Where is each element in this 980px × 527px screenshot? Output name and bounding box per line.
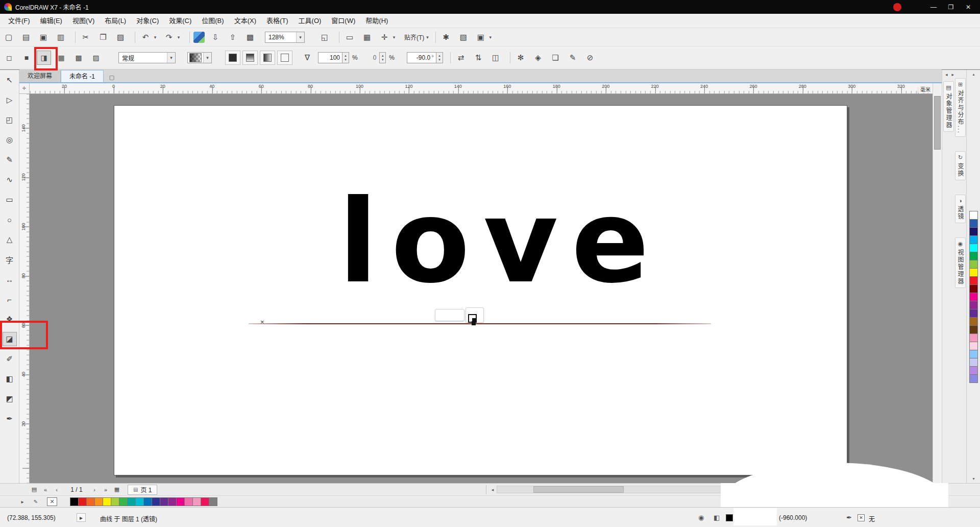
color-swatch[interactable]: [969, 219, 978, 228]
palette-scroll-up-icon[interactable]: ▴: [967, 72, 980, 77]
color-swatch[interactable]: [969, 358, 978, 367]
freehand-tool[interactable]: ✎: [3, 153, 17, 167]
color-swatch[interactable]: [969, 366, 978, 375]
color-swatch[interactable]: [969, 284, 978, 293]
color-swatch[interactable]: [969, 211, 978, 220]
palette-eyedropper-icon[interactable]: ✎: [32, 497, 40, 506]
dimension-tool[interactable]: ↔: [3, 272, 17, 286]
snap-target-button[interactable]: ✛: [378, 31, 391, 44]
docker-arrow-left-icon[interactable]: ◂: [945, 72, 948, 77]
mirror-vertical-button[interactable]: ⇅: [472, 51, 485, 64]
menu-item[interactable]: 布局(L): [100, 14, 131, 28]
drawing-canvas[interactable]: love ×: [30, 94, 933, 483]
color-swatch[interactable]: [969, 268, 978, 277]
object-details-button[interactable]: ▸: [77, 513, 86, 522]
artistic-text-love[interactable]: love: [338, 184, 663, 299]
menu-item[interactable]: 位图(B): [197, 14, 229, 28]
eyedropper-tool[interactable]: ✐: [3, 352, 17, 366]
scroll-left-icon[interactable]: ◂: [488, 485, 497, 494]
text-tool[interactable]: 字: [3, 252, 17, 267]
zoom-tool[interactable]: ◎: [3, 133, 17, 147]
first-page-button[interactable]: «: [41, 485, 50, 494]
save-button[interactable]: ▣: [37, 31, 50, 44]
color-swatch[interactable]: [969, 244, 978, 252]
options-button[interactable]: ✱: [439, 31, 453, 44]
color-swatch[interactable]: [969, 235, 978, 244]
fill-color-swatch[interactable]: [726, 514, 733, 521]
document-page[interactable]: love ×: [114, 105, 847, 475]
snap-target-dropdown[interactable]: ▾: [391, 31, 397, 44]
color-swatch[interactable]: [969, 276, 978, 285]
notification-icon[interactable]: [893, 3, 901, 11]
color-swatch[interactable]: [152, 497, 160, 506]
print-button[interactable]: ▥: [54, 31, 67, 44]
cut-button[interactable]: ✂: [79, 31, 92, 44]
transparency-target-button[interactable]: ◈: [531, 51, 545, 64]
menu-item[interactable]: 视图(V): [67, 14, 100, 28]
menu-item[interactable]: 文本(X): [229, 14, 261, 28]
pick-tool[interactable]: ↖: [3, 73, 17, 87]
menu-item[interactable]: 帮助(H): [360, 14, 393, 28]
docker-tab-view-manager[interactable]: ◉ 视图管理器: [955, 237, 966, 288]
color-swatch[interactable]: [70, 497, 79, 506]
connect-icon[interactable]: [193, 32, 205, 43]
application-options-button[interactable]: ▧: [457, 31, 470, 44]
docker-tab-lens[interactable]: ◑ 透镜: [955, 195, 966, 223]
color-swatch[interactable]: [103, 497, 111, 506]
wrap-transparency-button[interactable]: ◫: [489, 51, 502, 64]
edit-transparency-button[interactable]: ✎: [566, 51, 579, 64]
new-document-button[interactable]: ▢: [2, 31, 15, 44]
rotation-angle-stepper[interactable]: ▴ ▾: [436, 52, 443, 63]
docker-tab-transform[interactable]: ↻ 变换: [955, 151, 966, 180]
transparency-preset-1[interactable]: [225, 51, 240, 65]
copy-button[interactable]: ❐: [96, 31, 110, 44]
connector-tool[interactable]: ⌐: [3, 292, 17, 306]
menu-item[interactable]: 效果(C): [164, 14, 197, 28]
menu-item[interactable]: 窗口(W): [326, 14, 360, 28]
color-swatch[interactable]: [969, 309, 978, 318]
color-swatch[interactable]: [209, 497, 217, 506]
polygon-tool[interactable]: △: [3, 232, 17, 247]
color-swatch[interactable]: [111, 497, 119, 506]
color-swatch[interactable]: [969, 260, 978, 269]
smart-fill-tool[interactable]: ◩: [3, 392, 17, 406]
no-color-swatch[interactable]: ✕: [47, 497, 57, 506]
menu-item[interactable]: 编辑(E): [35, 14, 67, 28]
menu-item[interactable]: 对象(C): [131, 14, 164, 28]
fullscreen-preview-button[interactable]: ◱: [318, 31, 331, 44]
color-swatch[interactable]: [969, 374, 978, 383]
docker-tab-object-manager[interactable]: ▤ 对象管理器: [943, 81, 954, 132]
close-button[interactable]: ✕: [960, 0, 977, 14]
bitmap-transparency-button[interactable]: ▨: [89, 51, 103, 65]
show-rulers-button[interactable]: ▭: [343, 31, 356, 44]
color-swatch[interactable]: [969, 293, 978, 301]
color-swatch[interactable]: [192, 497, 201, 506]
uniform-transparency-button[interactable]: ■: [19, 51, 34, 65]
transparency-preset-2[interactable]: [242, 51, 258, 65]
color-swatch[interactable]: [127, 497, 136, 506]
rotation-angle-input[interactable]: -90.0 °: [407, 52, 436, 63]
undo-dropdown[interactable]: ▾: [152, 31, 158, 44]
texture-transparency-button[interactable]: ▩: [71, 51, 86, 65]
vertical-scrollbar-thumb[interactable]: [934, 96, 941, 150]
docker-tab-align-distribute[interactable]: ⊞ 对齐与分布...: [955, 78, 966, 137]
redo-dropdown[interactable]: ▾: [176, 31, 182, 44]
menu-item[interactable]: 文件(F): [3, 14, 35, 28]
maximize-button[interactable]: ❐: [942, 0, 960, 14]
color-swatch[interactable]: [86, 497, 95, 506]
docker-arrow-right-icon[interactable]: ▸: [952, 72, 954, 77]
preview-icon[interactable]: ◉: [698, 514, 704, 521]
transparency-picker-dropdown[interactable]: ▾: [187, 52, 212, 63]
page-1-tab[interactable]: ▤ 页 1: [128, 485, 157, 495]
midpoint-stepper[interactable]: ▴ ▾: [379, 52, 386, 63]
new-tab-button[interactable]: ▢: [107, 72, 117, 82]
node-transparency-picker-icon[interactable]: ∇: [301, 51, 314, 64]
ruler-origin-button[interactable]: ✛: [19, 83, 30, 94]
transparency-preset-4[interactable]: [277, 51, 292, 65]
menu-item[interactable]: 工具(O): [293, 14, 327, 28]
undo-button[interactable]: ↶: [139, 31, 152, 44]
color-swatch[interactable]: [168, 497, 177, 506]
redo-button[interactable]: ↷: [162, 31, 176, 44]
page-thumbnail-button[interactable]: ▤: [30, 485, 39, 494]
opacity-input[interactable]: 100: [318, 52, 342, 63]
